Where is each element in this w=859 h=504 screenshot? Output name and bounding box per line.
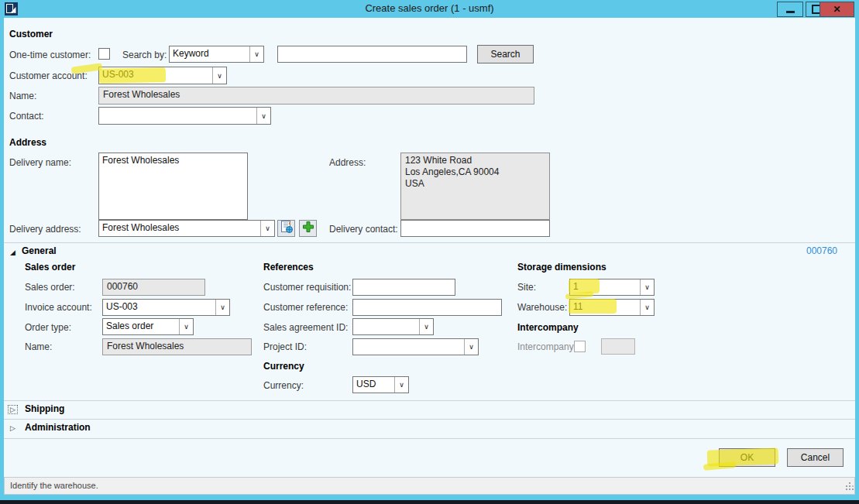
resize-grip[interactable]	[844, 484, 852, 492]
chevron-down-icon: ∨	[464, 339, 478, 355]
general-name-field: Forest Wholesales	[102, 338, 252, 355]
customer-group-header: Customer	[9, 29, 53, 39]
collapsed-triangle-icon[interactable]: ▷	[8, 405, 18, 414]
address-label: Address:	[329, 157, 366, 168]
sales-agreement-dropdown[interactable]: ∨	[352, 318, 434, 335]
address-book-globe-icon	[280, 221, 293, 236]
title-bar: Create sales order (1 - usmf)	[0, 0, 859, 18]
intercompany-checkbox	[574, 341, 586, 352]
close-button[interactable]: ✕	[819, 2, 854, 17]
contact-dropdown[interactable]: ∨	[98, 107, 271, 125]
window-border-left	[0, 18, 4, 495]
storage-dimensions-subheader: Storage dimensions	[517, 262, 606, 273]
customer-name-field: Forest Wholesales	[98, 87, 534, 105]
contact-label: Contact:	[9, 111, 44, 122]
address-field: 123 White Road Los Angeles,CA 90004 USA	[400, 153, 550, 220]
project-id-dropdown[interactable]: ∨	[352, 338, 479, 355]
administration-section-header[interactable]: Administration	[25, 422, 91, 433]
customer-account-dropdown[interactable]: US-003 ∨	[98, 67, 227, 84]
taskbar-strip	[0, 500, 859, 504]
order-type-value: Sales order	[103, 319, 179, 334]
delivery-address-label: Delivery address:	[9, 224, 81, 235]
chevron-down-icon: ∨	[394, 377, 408, 393]
delivery-name-label: Delivery name:	[9, 157, 71, 168]
search-by-dropdown[interactable]: Keyword ∨	[169, 46, 264, 63]
order-type-dropdown[interactable]: Sales order ∨	[102, 318, 194, 335]
sales-agreement-label: Sales agreement ID:	[263, 322, 348, 333]
sales-order-subheader: Sales order	[25, 262, 75, 273]
status-text: Identify the warehouse.	[10, 481, 98, 490]
sales-order-label: Sales order:	[25, 282, 75, 293]
customer-requisition-input[interactable]	[352, 279, 455, 296]
site-label: Site:	[517, 282, 536, 293]
contact-value	[99, 108, 256, 124]
delivery-address-value: Forest Wholesales	[99, 221, 260, 236]
shipping-section-header[interactable]: Shipping	[25, 403, 64, 414]
intercompany-label: Intercompany:	[517, 341, 576, 352]
add-address-button[interactable]	[299, 220, 317, 237]
intercompany-subheader: Intercompany	[517, 322, 579, 333]
warehouse-value: 11	[570, 300, 640, 315]
delivery-contact-input[interactable]	[400, 220, 550, 237]
warehouse-label: Warehouse:	[517, 302, 567, 313]
warehouse-dropdown[interactable]: 11 ∨	[569, 299, 655, 316]
address-group-header: Address	[9, 137, 46, 148]
delivery-contact-label: Delivery contact:	[329, 224, 398, 235]
chevron-down-icon: ∨	[249, 46, 263, 62]
currency-dropdown[interactable]: USD ∨	[352, 376, 409, 393]
record-id-link[interactable]: 000760	[806, 245, 837, 256]
currency-label: Currency:	[263, 380, 304, 391]
order-type-label: Order type:	[25, 322, 71, 333]
currency-value: USD	[353, 377, 394, 393]
chevron-down-icon: ∨	[640, 279, 654, 295]
ok-button[interactable]: OK	[719, 448, 775, 467]
search-by-value: Keyword	[170, 46, 249, 62]
customer-account-label: Customer account:	[9, 70, 88, 81]
minimize-button[interactable]	[777, 2, 803, 17]
chevron-down-icon: ∨	[179, 319, 193, 334]
intercompany-field	[601, 338, 635, 355]
one-time-customer-checkbox[interactable]	[98, 48, 110, 60]
customer-reference-label: Customer reference:	[263, 302, 348, 313]
plus-icon	[302, 221, 314, 236]
window-border-bottom	[0, 495, 859, 500]
separator	[4, 242, 855, 243]
customer-name-label: Name:	[9, 91, 36, 101]
minimize-icon	[786, 11, 795, 13]
site-dropdown[interactable]: 1 ∨	[569, 279, 655, 296]
expanded-triangle-icon[interactable]: ◢	[10, 249, 15, 256]
customer-search-input[interactable]	[277, 46, 467, 63]
cancel-button[interactable]: Cancel	[787, 448, 844, 467]
customer-requisition-label: Customer requisition:	[263, 282, 351, 293]
sales-order-field: 000760	[102, 279, 205, 296]
delivery-name-textarea[interactable]: Forest Wholesales	[98, 153, 248, 220]
one-time-customer-label: One-time customer:	[9, 50, 91, 60]
project-id-value	[353, 339, 464, 355]
address-book-button[interactable]	[277, 220, 295, 237]
delivery-address-dropdown[interactable]: Forest Wholesales ∨	[98, 220, 275, 237]
window-border-right	[855, 18, 859, 495]
search-button[interactable]: Search	[477, 45, 534, 63]
sales-agreement-value	[353, 319, 419, 334]
separator	[4, 438, 855, 439]
collapsed-triangle-icon[interactable]: ▷	[10, 424, 15, 432]
chevron-down-icon: ∨	[260, 221, 274, 236]
currency-subheader: Currency	[263, 361, 304, 372]
references-subheader: References	[263, 262, 314, 273]
search-by-label: Search by:	[122, 50, 167, 60]
project-id-label: Project ID:	[263, 341, 307, 352]
general-section-header[interactable]: General	[22, 245, 57, 256]
chevron-down-icon: ∨	[212, 67, 226, 84]
create-sales-order-dialog: Create sales order (1 - usmf) ✕ Customer…	[0, 0, 859, 504]
invoice-account-value: US-003	[103, 300, 215, 315]
invoice-account-dropdown[interactable]: US-003 ∨	[102, 299, 230, 316]
invoice-account-label: Invoice account:	[25, 302, 92, 313]
status-bar: Identify the warehouse.	[4, 477, 855, 495]
separator	[4, 400, 855, 401]
general-name-label: Name:	[25, 341, 52, 352]
chevron-down-icon: ∨	[215, 300, 229, 315]
close-icon: ✕	[833, 4, 840, 15]
customer-reference-input[interactable]	[352, 299, 502, 316]
customer-account-value: US-003	[99, 67, 212, 84]
chevron-down-icon: ∨	[256, 108, 270, 124]
